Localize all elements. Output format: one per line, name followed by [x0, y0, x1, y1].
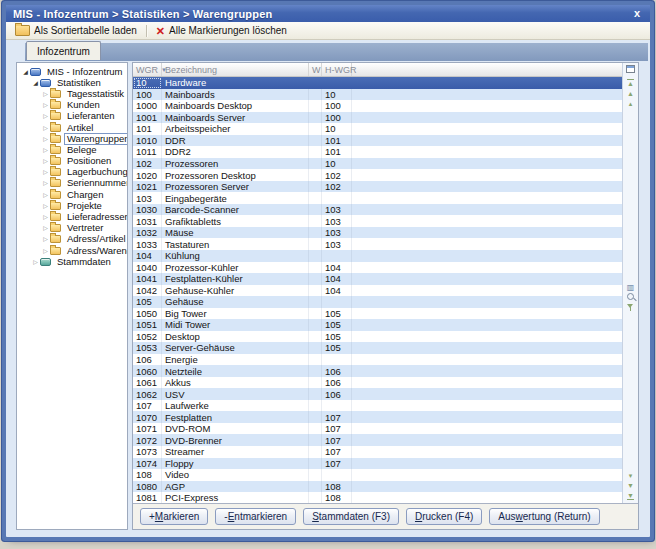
auswertung-return-button[interactable]: Auswertung (Return) [489, 508, 599, 525]
scroll-up-icon[interactable]: ▴ [624, 99, 637, 108]
table-row[interactable]: 1020Prozessoren Desktop102 [133, 169, 623, 181]
table-row[interactable]: 106Energie [133, 354, 623, 366]
tree-item-tagesstatistik[interactable]: ▷Tagesstatistik [17, 88, 127, 99]
table-row[interactable]: 1052Desktop105 [133, 331, 623, 343]
table-row[interactable]: 1051Midi Tower105 [133, 319, 623, 331]
table-row[interactable]: 107Laufwerke [133, 400, 623, 412]
scroll-down-page-icon[interactable]: ▼ [624, 481, 637, 490]
table-row[interactable]: 1060Netzteile106 [133, 365, 623, 377]
column-header-hwgr[interactable]: H-WGR [322, 63, 352, 76]
table-row[interactable]: 1041Festplatten-Kühler104 [133, 273, 623, 285]
collapse-arrow-icon[interactable]: ◢ [21, 69, 30, 75]
close-button[interactable]: x [631, 8, 643, 19]
column-header-w[interactable]: W [309, 63, 322, 76]
column-select-icon[interactable]: ▥ [624, 283, 637, 292]
table-row[interactable]: 1032Mäuse103 [133, 227, 623, 239]
expand-arrow-icon[interactable]: ▷ [41, 203, 50, 209]
expand-arrow-icon[interactable]: ▷ [41, 147, 50, 153]
column-header-wgr[interactable]: WGR ▼ [133, 63, 162, 76]
expand-arrow-icon[interactable]: ▷ [41, 248, 50, 254]
table-row[interactable]: 1072DVD-Brenner107 [133, 434, 623, 446]
load-sort-table-button[interactable]: Als Sortiertabelle laden [10, 24, 142, 37]
tree-item-vertreter[interactable]: ▷Vertreter [17, 223, 127, 234]
scroll-down-icon[interactable]: ▾ [624, 471, 637, 480]
column-header-bezeichnung[interactable]: Bezeichnung [162, 63, 309, 76]
tree-item-artikel[interactable]: ▷Artikel [17, 122, 127, 133]
cell-wgr: 1053 [133, 342, 162, 354]
clear-all-marks-button[interactable]: ✕ Alle Markierungen löschen [151, 24, 292, 37]
table-row[interactable]: 104Kühlung [133, 250, 623, 262]
tree-item-chargen[interactable]: ▷Chargen [17, 189, 127, 200]
table-row[interactable]: 1021Prozessoren Server102 [133, 181, 623, 193]
tab-infozentrum[interactable]: Infozentrum [26, 41, 101, 60]
tree-item-statistiken[interactable]: ◢Statistiken [17, 77, 127, 88]
expand-arrow-icon[interactable]: ▷ [41, 125, 50, 131]
scroll-to-bottom-icon[interactable]: ▼ [624, 491, 637, 500]
table-row[interactable]: 1073Streamer107 [133, 446, 623, 458]
tree-item-warengruppen[interactable]: ▷Warengruppen [17, 133, 127, 144]
stammdaten-f3-button[interactable]: Stammdaten (F3) [303, 508, 399, 525]
scroll-to-top-icon[interactable]: ▲ [624, 79, 637, 88]
table-row[interactable]: 1011DDR2101 [133, 146, 623, 158]
markieren-button[interactable]: + Markieren [140, 508, 208, 525]
table-row[interactable]: 1062USV106 [133, 388, 623, 400]
drucken-f4-button[interactable]: Drucken (F4) [406, 508, 482, 525]
table-row[interactable]: 101Arbeitsspeicher10 [133, 123, 623, 135]
expand-arrow-icon[interactable]: ▷ [41, 180, 50, 186]
table-row[interactable]: 100Mainboards10 [133, 89, 623, 101]
expand-arrow-icon[interactable]: ▷ [41, 158, 50, 164]
expand-arrow-icon[interactable]: ▷ [41, 214, 50, 220]
cell-w [309, 123, 322, 135]
tree-item-lagerbuchungen[interactable]: ▷Lagerbuchungen [17, 167, 127, 178]
expand-arrow-icon[interactable]: ▷ [41, 192, 50, 198]
tree-item-stammdaten[interactable]: ▷Stammdaten [17, 256, 127, 267]
table-row[interactable]: 102Prozessoren10 [133, 158, 623, 170]
table-row[interactable]: 1081PCI-Express108 [133, 492, 623, 503]
expand-arrow-icon[interactable]: ▷ [31, 259, 40, 265]
table-row[interactable]: 10Hardware [133, 77, 623, 89]
scroll-up-page-icon[interactable]: ▲ [624, 89, 637, 98]
tree-item-adress-warengruppen[interactable]: ▷Adress/Warengruppen [17, 245, 127, 256]
table-row[interactable]: 1001Mainboards Server100 [133, 112, 623, 124]
filter-icon[interactable] [624, 303, 637, 312]
expand-arrow-icon[interactable]: ▷ [41, 236, 50, 242]
table-row[interactable]: 1070Festplatten107 [133, 411, 623, 423]
expand-arrow-icon[interactable]: ▷ [41, 113, 50, 119]
tree-item-lieferanten[interactable]: ▷Lieferanten [17, 111, 127, 122]
expand-arrow-icon[interactable]: ▷ [41, 102, 50, 108]
tree-item-projekte[interactable]: ▷Projekte [17, 200, 127, 211]
cell-bezeichnung: Kühlung [162, 250, 309, 262]
tree-item-belege[interactable]: ▷Belege [17, 144, 127, 155]
expand-arrow-icon[interactable]: ▷ [41, 169, 50, 175]
table-row[interactable]: 1050Big Tower105 [133, 308, 623, 320]
tree-item-positionen[interactable]: ▷Positionen [17, 156, 127, 167]
table-row[interactable]: 1080AGP108 [133, 481, 623, 493]
tree-item-mis-infozentrum[interactable]: ◢MIS - Infozentrum [17, 66, 127, 77]
table-row[interactable]: 103Eingabegeräte [133, 192, 623, 204]
table-row[interactable]: 1031Grafiktabletts103 [133, 215, 623, 227]
collapse-arrow-icon[interactable]: ◢ [31, 80, 40, 86]
entmarkieren-button[interactable]: - Entmarkieren [215, 508, 296, 525]
search-icon[interactable] [624, 293, 637, 302]
table-row[interactable]: 1040Prozessor-Kühler104 [133, 262, 623, 274]
table-row[interactable]: 1061Akkus106 [133, 377, 623, 389]
table-row[interactable]: 1033Tastaturen103 [133, 238, 623, 250]
tree-item-adress-artikel[interactable]: ▷Adress/Artikel [17, 234, 127, 245]
table-row[interactable]: 1053Server-Gehäuse105 [133, 342, 623, 354]
table-row[interactable]: 1010DDR101 [133, 135, 623, 147]
cell-w [309, 400, 322, 412]
expand-arrow-icon[interactable]: ▷ [41, 225, 50, 231]
table-row[interactable]: 1042Gehäuse-Kühler104 [133, 285, 623, 297]
field-chooser-icon[interactable] [626, 65, 635, 73]
table-row[interactable]: 1000Mainboards Desktop100 [133, 100, 623, 112]
table-row[interactable]: 108Video [133, 469, 623, 481]
table-row[interactable]: 1074Floppy107 [133, 458, 623, 470]
tree-item-lieferadressen[interactable]: ▷Lieferadressen [17, 211, 127, 222]
tree-item-seriennummern[interactable]: ▷Seriennummern [17, 178, 127, 189]
table-row[interactable]: 1030Barcode-Scanner103 [133, 204, 623, 216]
expand-arrow-icon[interactable]: ▷ [41, 91, 50, 97]
tree-item-kunden[interactable]: ▷Kunden [17, 100, 127, 111]
table-row[interactable]: 1071DVD-ROM107 [133, 423, 623, 435]
expand-arrow-icon[interactable]: ▷ [41, 136, 50, 142]
table-row[interactable]: 105Gehäuse [133, 296, 623, 308]
